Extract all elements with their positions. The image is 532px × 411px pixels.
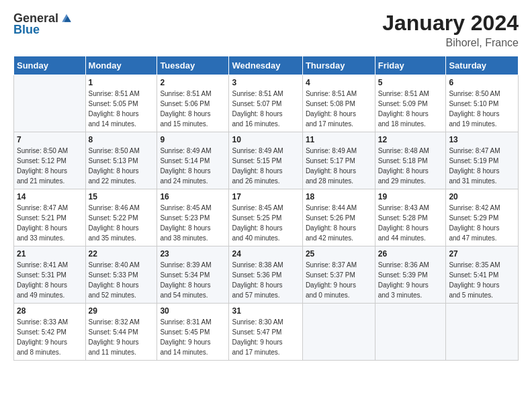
sunset-line: Sunset: 5:19 PM: [449, 156, 515, 166]
calendar-week-row: 14Sunrise: 8:47 AMSunset: 5:21 PMDayligh…: [14, 189, 519, 246]
sunset-line: Sunset: 5:23 PM: [160, 213, 226, 223]
day-number: 25: [306, 249, 372, 259]
calendar-cell: 22Sunrise: 8:40 AMSunset: 5:33 PMDayligh…: [85, 246, 157, 304]
calendar-cell: 4Sunrise: 8:51 AMSunset: 5:08 PMDaylight…: [302, 75, 375, 132]
sunrise-line: Sunrise: 8:39 AM: [160, 260, 226, 270]
calendar-cell: 5Sunrise: 8:51 AMSunset: 5:09 PMDaylight…: [375, 75, 446, 132]
day-detail: Sunrise: 8:51 AMSunset: 5:05 PMDaylight:…: [89, 89, 154, 129]
day-number: 5: [378, 78, 443, 87]
sunrise-line: Sunrise: 8:51 AM: [160, 89, 226, 99]
calendar-cell: 28Sunrise: 8:33 AMSunset: 5:42 PMDayligh…: [14, 304, 86, 361]
sunset-line: Sunset: 5:34 PM: [160, 270, 226, 280]
sunset-line: Sunset: 5:12 PM: [17, 156, 83, 166]
sunrise-line: Sunrise: 8:47 AM: [17, 203, 83, 213]
col-header-friday: Friday: [375, 56, 446, 75]
day-detail: Sunrise: 8:49 AMSunset: 5:17 PMDaylight:…: [306, 146, 372, 186]
daylight-line2: and 14 minutes.: [160, 347, 226, 357]
sunrise-line: Sunrise: 8:49 AM: [232, 146, 299, 156]
daylight-line2: and 5 minutes.: [449, 290, 515, 300]
daylight-line1: Daylight: 8 hours: [378, 223, 443, 233]
sunrise-line: Sunrise: 8:51 AM: [232, 89, 299, 99]
calendar-cell: 25Sunrise: 8:37 AMSunset: 5:37 PMDayligh…: [302, 246, 375, 304]
col-header-monday: Monday: [85, 56, 157, 75]
sunrise-line: Sunrise: 8:46 AM: [89, 203, 154, 213]
day-number: 28: [17, 306, 83, 316]
daylight-line2: and 17 minutes.: [306, 119, 372, 129]
day-number: 8: [89, 135, 154, 144]
daylight-line1: Daylight: 8 hours: [17, 223, 83, 233]
sunset-line: Sunset: 5:22 PM: [89, 213, 154, 223]
daylight-line2: and 40 minutes.: [232, 233, 299, 243]
daylight-line2: and 18 minutes.: [378, 119, 443, 129]
calendar-week-row: 21Sunrise: 8:41 AMSunset: 5:31 PMDayligh…: [14, 246, 519, 304]
daylight-line2: and 29 minutes.: [378, 176, 443, 186]
daylight-line1: Daylight: 8 hours: [232, 223, 299, 233]
day-number: 20: [449, 192, 515, 201]
col-header-wednesday: Wednesday: [229, 56, 302, 75]
calendar-week-row: 28Sunrise: 8:33 AMSunset: 5:42 PMDayligh…: [14, 304, 519, 361]
sunset-line: Sunset: 5:08 PM: [306, 99, 372, 109]
daylight-line1: Daylight: 8 hours: [449, 223, 515, 233]
sunset-line: Sunset: 5:42 PM: [17, 327, 83, 337]
daylight-line1: Daylight: 8 hours: [232, 109, 299, 119]
sunset-line: Sunset: 5:47 PM: [232, 327, 299, 337]
calendar-cell: 14Sunrise: 8:47 AMSunset: 5:21 PMDayligh…: [14, 189, 86, 246]
day-number: 3: [232, 78, 299, 87]
sunset-line: Sunset: 5:44 PM: [89, 327, 154, 337]
day-detail: Sunrise: 8:50 AMSunset: 5:10 PMDaylight:…: [449, 89, 515, 129]
daylight-line1: Daylight: 9 hours: [89, 337, 154, 347]
col-header-tuesday: Tuesday: [157, 56, 229, 75]
calendar-cell: 7Sunrise: 8:50 AMSunset: 5:12 PMDaylight…: [14, 132, 86, 189]
daylight-line1: Daylight: 8 hours: [306, 223, 372, 233]
day-number: 31: [232, 306, 299, 316]
sunrise-line: Sunrise: 8:44 AM: [306, 203, 372, 213]
day-number: 12: [378, 135, 443, 144]
day-detail: Sunrise: 8:35 AMSunset: 5:41 PMDaylight:…: [449, 260, 515, 300]
logo-icon: [60, 11, 73, 24]
sunrise-line: Sunrise: 8:50 AM: [89, 146, 154, 156]
calendar-cell: [302, 304, 375, 361]
day-number: 18: [306, 192, 372, 201]
title-section: January 2024 Bihorel, France: [382, 11, 519, 49]
day-number: 13: [449, 135, 515, 144]
daylight-line2: and 22 minutes.: [89, 176, 154, 186]
sunset-line: Sunset: 5:10 PM: [449, 99, 515, 109]
calendar-cell: [375, 304, 446, 361]
daylight-line1: Daylight: 8 hours: [232, 280, 299, 290]
sunrise-line: Sunrise: 8:30 AM: [232, 317, 299, 327]
day-detail: Sunrise: 8:33 AMSunset: 5:42 PMDaylight:…: [17, 317, 83, 357]
calendar-cell: 1Sunrise: 8:51 AMSunset: 5:05 PMDaylight…: [85, 75, 157, 132]
day-number: 4: [306, 78, 372, 87]
calendar-table: SundayMondayTuesdayWednesdayThursdayFrid…: [13, 56, 519, 361]
daylight-line2: and 49 minutes.: [17, 290, 83, 300]
daylight-line1: Daylight: 8 hours: [378, 166, 443, 176]
day-detail: Sunrise: 8:37 AMSunset: 5:37 PMDaylight:…: [306, 260, 372, 300]
day-detail: Sunrise: 8:32 AMSunset: 5:44 PMDaylight:…: [89, 317, 154, 357]
daylight-line1: Daylight: 8 hours: [306, 166, 372, 176]
day-detail: Sunrise: 8:49 AMSunset: 5:14 PMDaylight:…: [160, 146, 226, 186]
daylight-line1: Daylight: 8 hours: [232, 166, 299, 176]
daylight-line1: Daylight: 8 hours: [89, 223, 154, 233]
sunset-line: Sunset: 5:14 PM: [160, 156, 226, 166]
daylight-line2: and 54 minutes.: [160, 290, 226, 300]
daylight-line2: and 44 minutes.: [378, 233, 443, 243]
sunrise-line: Sunrise: 8:31 AM: [160, 317, 226, 327]
calendar-cell: 26Sunrise: 8:36 AMSunset: 5:39 PMDayligh…: [375, 246, 446, 304]
daylight-line1: Daylight: 8 hours: [89, 166, 154, 176]
sunrise-line: Sunrise: 8:32 AM: [89, 317, 154, 327]
calendar-cell: 8Sunrise: 8:50 AMSunset: 5:13 PMDaylight…: [85, 132, 157, 189]
main-title: January 2024: [382, 11, 519, 36]
calendar-cell: 23Sunrise: 8:39 AMSunset: 5:34 PMDayligh…: [157, 246, 229, 304]
day-number: 17: [232, 192, 299, 201]
sunset-line: Sunset: 5:13 PM: [89, 156, 154, 166]
day-detail: Sunrise: 8:38 AMSunset: 5:36 PMDaylight:…: [232, 260, 299, 300]
day-detail: Sunrise: 8:47 AMSunset: 5:21 PMDaylight:…: [17, 203, 83, 243]
sunrise-line: Sunrise: 8:49 AM: [306, 146, 372, 156]
calendar-cell: 17Sunrise: 8:45 AMSunset: 5:25 PMDayligh…: [229, 189, 302, 246]
sunset-line: Sunset: 5:33 PM: [89, 270, 154, 280]
sunrise-line: Sunrise: 8:36 AM: [378, 260, 443, 270]
sunrise-line: Sunrise: 8:42 AM: [449, 203, 515, 213]
day-detail: Sunrise: 8:51 AMSunset: 5:06 PMDaylight:…: [160, 89, 226, 129]
sunrise-line: Sunrise: 8:33 AM: [17, 317, 83, 327]
calendar-header-row: SundayMondayTuesdayWednesdayThursdayFrid…: [14, 56, 519, 75]
